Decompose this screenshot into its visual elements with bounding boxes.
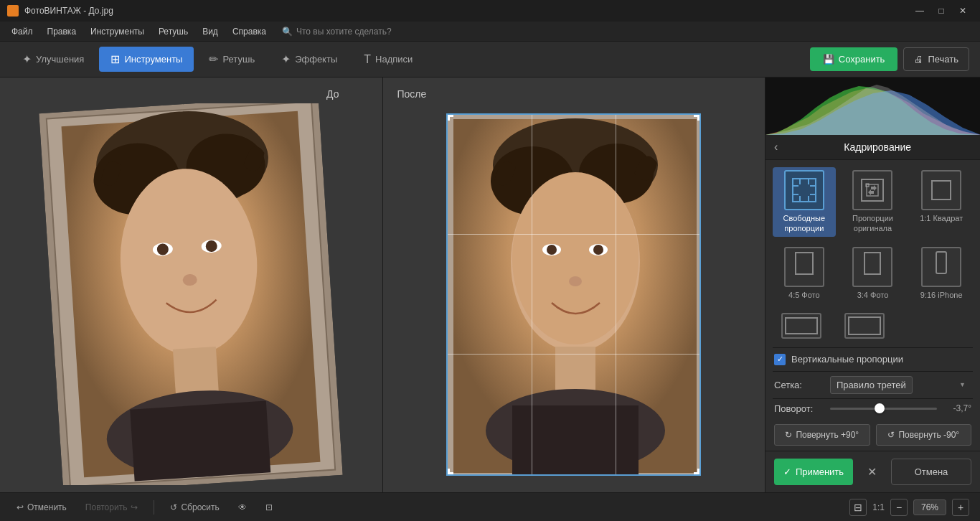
title-bar-controls: — □ ✕ — [910, 4, 973, 18]
redo-button[interactable]: Повторить ↪ — [80, 499, 144, 515]
svg-rect-31 — [793, 179, 816, 202]
cancel-x-button[interactable]: ✕ — [859, 459, 885, 485]
menu-retouch[interactable]: Ретушь — [153, 24, 194, 39]
compare-button[interactable]: ⊡ — [260, 499, 278, 515]
grid-label: Сетка: — [774, 380, 824, 390]
print-icon: 🖨 — [914, 54, 923, 65]
crop-916-icon — [921, 247, 961, 287]
search-bar[interactable]: 🔍 Что вы хотите сделать? — [282, 27, 392, 37]
menu-tools[interactable]: Инструменты — [85, 24, 150, 39]
rotate-minus-label: Повернуть -90° — [898, 430, 959, 440]
undo-button[interactable]: ↩ Отменить — [11, 499, 72, 515]
crop-handle-bl[interactable] — [448, 469, 453, 474]
zoom-value: 76% — [913, 499, 946, 515]
close-button[interactable]: ✕ — [953, 4, 973, 18]
svg-rect-14 — [130, 401, 270, 482]
reset-button[interactable]: ↺ Сбросить — [164, 499, 225, 515]
before-photo-container[interactable] — [7, 103, 375, 485]
crop-wide1[interactable] — [773, 310, 830, 342]
crop-34[interactable]: 3:4 Фото — [842, 244, 905, 303]
maximize-button[interactable]: □ — [931, 4, 951, 18]
crop-original-label: Пропорцииоригинала — [852, 213, 893, 234]
crop-916[interactable]: 9:16 iPhone — [910, 244, 973, 303]
crop-handle-tl[interactable] — [448, 115, 453, 121]
crop-options-row1: Свободныепропорции Пропорцииоригинала 1:… — [765, 160, 980, 244]
redo-label: Повторить — [85, 502, 128, 512]
back-button[interactable]: ‹ — [774, 141, 778, 154]
zoom-ratio: 1:1 — [872, 502, 885, 512]
histogram — [765, 78, 980, 135]
rotation-value: -3,7° — [943, 403, 971, 413]
grid-select[interactable]: Нет Правило третей Сетка Диагональ — [830, 376, 913, 394]
crop-square-label: 1:1 Квадрат — [920, 213, 963, 223]
canvas-area: До — [0, 78, 765, 492]
apply-label: Применить — [796, 466, 844, 477]
save-button[interactable]: 💾 Сохранить — [810, 47, 898, 71]
reset-icon: ↺ — [170, 502, 177, 512]
panel-scroll[interactable]: Свободныепропорции Пропорцииоригинала 1:… — [765, 160, 980, 451]
before-label: До — [326, 88, 353, 100]
eye-button[interactable]: 👁 — [232, 499, 253, 515]
tab-retouch[interactable]: ✏ Ретушь — [197, 47, 266, 72]
apply-button[interactable]: ✓ Применить — [774, 459, 853, 485]
svg-rect-46 — [936, 252, 946, 273]
fit-button[interactable]: ⊟ — [849, 499, 867, 516]
after-panel: После — [383, 78, 765, 492]
after-photo — [448, 115, 701, 476]
rotate-cw-icon: ↻ — [785, 430, 792, 440]
search-icon: 🔍 — [282, 27, 293, 37]
svg-rect-41 — [867, 184, 878, 196]
cancel-button[interactable]: Отмена — [891, 459, 971, 485]
svg-point-23 — [547, 245, 557, 255]
tab-text[interactable]: T Надписи — [352, 47, 424, 72]
search-placeholder: Что вы хотите сделать? — [296, 27, 392, 37]
rotate-plus-label: Повернуть +90° — [796, 430, 859, 440]
tab-retouch-label: Ретушь — [222, 54, 255, 65]
crop-free-label: Свободныепропорции — [783, 213, 825, 234]
crop-square-icon — [921, 170, 961, 210]
app-icon — [7, 5, 19, 17]
svg-rect-40 — [862, 179, 883, 201]
tab-effects[interactable]: ✦ Эффекты — [270, 47, 349, 72]
status-bar: ↩ Отменить Повторить ↪ ↺ Сбросить 👁 ⊡ ⊟ … — [0, 492, 980, 521]
tab-enhancements[interactable]: ✦ Улучшения — [11, 47, 95, 72]
status-sep-1 — [154, 500, 154, 515]
vertical-checkbox[interactable]: ✓ — [774, 354, 786, 365]
tab-tools[interactable]: ⊞ Инструменты — [99, 47, 194, 72]
menu-bar: Файл Правка Инструменты Ретушь Вид Справ… — [0, 22, 980, 42]
print-button[interactable]: 🖨 Печать — [903, 47, 969, 71]
redo-icon: ↪ — [131, 502, 138, 512]
crop-square[interactable]: 1:1 Квадрат — [910, 167, 973, 237]
zoom-in-button[interactable]: + — [952, 499, 969, 516]
rotate-ccw-icon: ↺ — [887, 430, 895, 440]
crop-free[interactable]: Свободныепропорции — [773, 167, 836, 237]
print-label: Печать — [928, 54, 958, 65]
crop-916-label: 9:16 iPhone — [920, 290, 963, 300]
crop-wide1-icon — [781, 313, 821, 339]
crop-handle-br[interactable] — [694, 469, 699, 474]
menu-view[interactable]: Вид — [197, 24, 224, 39]
toolbar-actions: 💾 Сохранить 🖨 Печать — [810, 47, 969, 71]
menu-file[interactable]: Файл — [6, 24, 39, 39]
crop-original[interactable]: Пропорцииоригинала — [842, 167, 905, 237]
svg-rect-45 — [864, 253, 880, 274]
rotation-label: Поворот: — [774, 403, 824, 414]
crop-handle-tr[interactable] — [694, 115, 699, 121]
svg-rect-47 — [786, 318, 817, 334]
right-panel: ‹ Кадрирование Свободныепропорции — [765, 78, 980, 492]
crop-45-label: 4:5 Фото — [788, 290, 820, 300]
crop-45[interactable]: 4:5 Фото — [773, 244, 836, 303]
after-photo-container[interactable] — [390, 103, 758, 485]
undo-label: Отменить — [27, 502, 67, 512]
zoom-out-button[interactable]: − — [890, 499, 908, 516]
reset-label: Сбросить — [181, 502, 219, 512]
rotation-slider[interactable] — [830, 408, 937, 410]
minimize-button[interactable]: — — [910, 4, 930, 18]
menu-help[interactable]: Справка — [227, 24, 272, 39]
rotate-minus-button[interactable]: ↺ Повернуть -90° — [876, 424, 972, 446]
save-label: Сохранить — [839, 54, 885, 65]
crop-wide2[interactable] — [836, 310, 893, 342]
menu-edit[interactable]: Правка — [42, 24, 83, 39]
svg-point-25 — [593, 245, 603, 255]
rotate-plus-button[interactable]: ↻ Повернуть +90° — [774, 424, 870, 446]
